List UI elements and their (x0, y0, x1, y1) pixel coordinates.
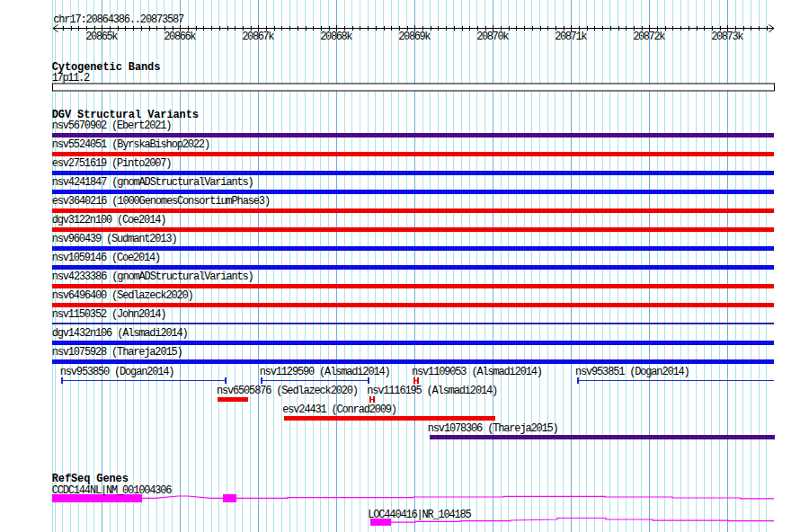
svg-text:CCDC144NL|NM_001004306: CCDC144NL|NM_001004306 (52, 484, 173, 497)
svg-text:nsv953850 (Dogan2014): nsv953850 (Dogan2014) (60, 366, 175, 378)
svg-text:dgv1432n106 (Alsmadi2014): dgv1432n106 (Alsmadi2014) (52, 327, 189, 340)
svg-text:20868k: 20868k (320, 31, 352, 43)
svg-text:nsv1109053 (Alsmadi2014): nsv1109053 (Alsmadi2014) (412, 366, 543, 378)
svg-text:nsv6505876 (Sedlazeck2020): nsv6505876 (Sedlazeck2020) (217, 385, 359, 397)
svg-text:nsv6496400 (Sedlazeck2020): nsv6496400 (Sedlazeck2020) (52, 289, 194, 302)
svg-text:20872k: 20872k (633, 31, 665, 43)
svg-text:nsv960439 (Sudmant2013): nsv960439 (Sudmant2013) (52, 233, 178, 245)
svg-text:LOC440416|NR_104185: LOC440416|NR_104185 (368, 509, 472, 521)
svg-text:nsv1078306 (Thareja2015): nsv1078306 (Thareja2015) (428, 422, 559, 435)
svg-text:20871k: 20871k (555, 31, 587, 43)
svg-text:nsv1150352 (John2014): nsv1150352 (John2014) (52, 308, 167, 321)
svg-text:nsv4233386 (gnomADStructuralVa: nsv4233386 (gnomADStructuralVariants) (52, 270, 254, 283)
svg-text:nsv1075928 (Thareja2015): nsv1075928 (Thareja2015) (52, 346, 183, 359)
svg-text:chr17:20864386..20873587: chr17:20864386..20873587 (53, 13, 184, 26)
svg-text:esv3640216 (1000GenomesConsort: esv3640216 (1000GenomesConsortiumPhase3) (52, 195, 271, 208)
svg-text:nsv5524051 (ByrskaBishop2022): nsv5524051 (ByrskaBishop2022) (52, 138, 210, 151)
svg-text:nsv1059146 (Coe2014): nsv1059146 (Coe2014) (52, 252, 162, 264)
svg-text:esv2751619 (Pinto2007): esv2751619 (Pinto2007) (52, 157, 173, 170)
svg-text:nsv4241847 (gnomADStructuralVa: nsv4241847 (gnomADStructuralVariants) (52, 176, 254, 189)
svg-text:20870k: 20870k (476, 31, 509, 43)
svg-text:20873k: 20873k (711, 31, 743, 43)
svg-text:esv24431 (Conrad2009): esv24431 (Conrad2009) (282, 403, 397, 416)
svg-text:20867k: 20867k (242, 31, 274, 43)
svg-text:20865k: 20865k (85, 31, 118, 43)
svg-text:20866k: 20866k (164, 31, 196, 43)
svg-text:nsv1129590 (Alsmadi2014): nsv1129590 (Alsmadi2014) (260, 366, 391, 378)
svg-text:nsv953851 (Dogan2014): nsv953851 (Dogan2014) (575, 366, 690, 378)
svg-text:17p11.2: 17p11.2 (52, 72, 90, 84)
svg-text:dgv3122n100 (Coe2014): dgv3122n100 (Coe2014) (52, 214, 167, 226)
svg-text:nsv5670902 (Ebert2021): nsv5670902 (Ebert2021) (52, 120, 173, 132)
svg-text:RefSeq Genes: RefSeq Genes (52, 473, 129, 485)
svg-text:20869k: 20869k (398, 31, 431, 43)
svg-text:nsv1116195 (Alsmadi2014): nsv1116195 (Alsmadi2014) (367, 385, 498, 397)
